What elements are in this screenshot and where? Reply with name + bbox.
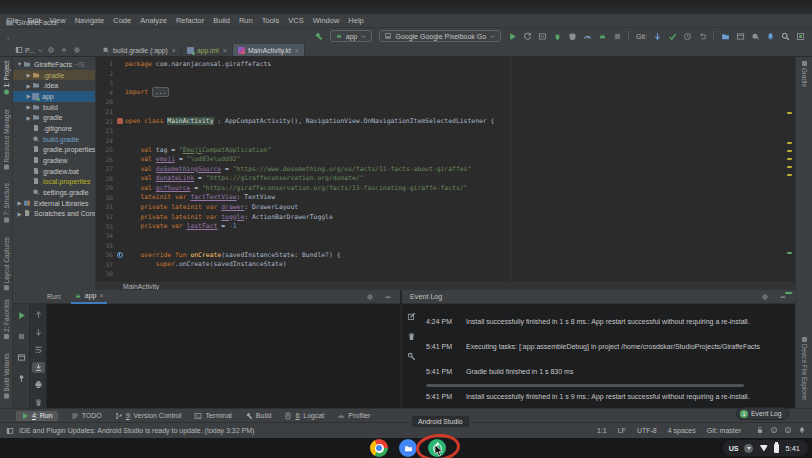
project-view-selector[interactable]: P... xyxy=(25,47,35,54)
close-tab-icon[interactable]: × xyxy=(295,47,299,54)
scrollend-button[interactable] xyxy=(32,362,45,374)
error-stripe-mark[interactable] xyxy=(787,252,792,254)
sdk-manager-button[interactable] xyxy=(718,30,732,43)
error-stripe-mark[interactable] xyxy=(787,112,792,114)
notifications-button[interactable] xyxy=(763,30,777,43)
stop-button[interactable] xyxy=(610,30,624,43)
tree-item-build.gradle[interactable]: build.gradle xyxy=(13,134,95,145)
tab-app.iml[interactable]: app.iml× xyxy=(182,44,233,56)
tree-item-.gradle[interactable]: ▶.gradle xyxy=(13,70,95,81)
tool-stripe-7-structure[interactable]: 7: Structure xyxy=(3,183,10,223)
event-log-badge-button[interactable]: 1 Event Log xyxy=(736,407,789,420)
rollback-button[interactable] xyxy=(695,30,709,43)
menu-run[interactable]: Run xyxy=(234,14,257,27)
softwrap-button[interactable] xyxy=(32,344,45,356)
error-stripe-mark[interactable] xyxy=(787,158,792,160)
expand-arrow-icon[interactable]: ▶ xyxy=(25,93,32,99)
tool-stripe-build-variants[interactable]: Build Variants xyxy=(3,353,10,398)
tree-item-gradlew.bat[interactable]: gradlew.bat xyxy=(13,166,95,177)
up-button[interactable] xyxy=(32,309,45,321)
expand-arrow-icon[interactable]: ▶ xyxy=(16,211,23,217)
tool-stripe-2-favorites[interactable]: 2: Favorites xyxy=(3,299,10,339)
menu-tools[interactable]: Tools xyxy=(257,14,284,27)
lock-icon[interactable] xyxy=(756,426,764,435)
error-stripe-mark[interactable] xyxy=(787,142,792,144)
menu-code[interactable]: Code xyxy=(109,14,136,27)
override-gutter-icon[interactable] xyxy=(117,252,123,258)
status-git-master[interactable]: Git: master xyxy=(707,427,741,434)
project-structure-button[interactable] xyxy=(793,30,807,43)
expand-arrow-icon[interactable]: ▶ xyxy=(25,83,32,89)
expand-arrow-icon[interactable]: ▶ xyxy=(16,200,23,206)
event-log-settings-button[interactable] xyxy=(758,290,772,303)
event-log-hscrollbar[interactable] xyxy=(426,384,744,387)
device-selector[interactable]: Google Google Pixelbook Go xyxy=(379,30,501,42)
tree-item-External Libraries[interactable]: ▶External Libraries xyxy=(13,198,95,209)
tree-item-gradle[interactable]: ▶gradle xyxy=(13,112,95,123)
expand-arrow-icon[interactable]: ▶ xyxy=(25,115,32,121)
update-project-button[interactable] xyxy=(650,30,664,43)
toolwindow-toggle-icon[interactable] xyxy=(6,427,14,435)
status-4-spaces[interactable]: 4 spaces xyxy=(668,427,696,434)
coverage-button[interactable] xyxy=(565,30,579,43)
tree-item-.gitignore[interactable]: .gitignore xyxy=(13,123,95,134)
stop-button[interactable] xyxy=(15,330,28,342)
tree-item-app[interactable]: ▶app xyxy=(13,91,95,102)
menu-refactor[interactable]: Refactor xyxy=(171,14,208,27)
down-button[interactable] xyxy=(32,327,45,339)
status-lf[interactable]: LF xyxy=(618,427,626,434)
gutter-class-icon[interactable] xyxy=(117,118,123,124)
menu-build[interactable]: Build xyxy=(209,14,235,27)
search-everywhere-button[interactable] xyxy=(778,30,792,43)
tool-stripe-device-file-explorer[interactable]: Device File Explorer xyxy=(801,337,808,400)
tree-item-gradlew[interactable]: gradlew xyxy=(13,155,95,166)
breadcrumb-giraffefacts[interactable]: GiraffeFacts xyxy=(5,18,57,27)
tool-stripe-layout-captures[interactable]: Layout Captures xyxy=(3,237,10,290)
attach-debugger-button[interactable] xyxy=(595,30,609,43)
menu-help[interactable]: Help xyxy=(344,14,368,27)
profile-button[interactable] xyxy=(580,30,594,43)
toolwindow-button-profiler[interactable]: Profiler xyxy=(337,412,370,420)
tool-stripe-1-project[interactable]: 1: Project xyxy=(3,61,10,95)
minimize-button[interactable] xyxy=(381,290,395,303)
toolwindow-button-9-version-control[interactable]: 9: Version Control xyxy=(115,412,182,420)
smiley-icon[interactable] xyxy=(770,426,778,435)
history-button[interactable] xyxy=(680,30,694,43)
frowny-icon[interactable] xyxy=(784,426,792,435)
project-settings-button[interactable] xyxy=(72,44,83,57)
error-stripe-mark[interactable] xyxy=(787,174,792,176)
menu-vcs[interactable]: VCS xyxy=(284,14,308,27)
close-tab-icon[interactable]: × xyxy=(172,47,176,54)
notifications-icon[interactable] xyxy=(798,426,806,435)
tab-MainActivity.kt[interactable]: MainActivity.kt× xyxy=(233,44,305,56)
tree-item-build[interactable]: ▶build xyxy=(13,102,95,113)
tree-item-.idea[interactable]: ▶.idea xyxy=(13,80,95,91)
error-stripe-mark[interactable] xyxy=(787,166,792,168)
run-console[interactable] xyxy=(47,304,400,408)
tree-item-settings.gradle[interactable]: settings.gradle xyxy=(13,187,95,198)
run-tab-app[interactable]: app× xyxy=(71,290,107,304)
menu-analyze[interactable]: Analyze xyxy=(136,14,172,27)
menu-navigate[interactable]: Navigate xyxy=(70,14,109,27)
apply-changes-button[interactable] xyxy=(520,30,534,43)
system-tray[interactable]: US 5:41 xyxy=(723,440,808,456)
build-project-button[interactable] xyxy=(312,30,326,43)
toolwindow-button-todo[interactable]: TODO xyxy=(71,412,102,420)
expand-arrow-icon[interactable]: ▶ xyxy=(25,104,32,110)
tree-item-local.properties[interactable]: local.properties xyxy=(13,177,95,188)
close-tab-icon[interactable]: × xyxy=(99,292,103,299)
run-settings-button[interactable] xyxy=(363,290,377,303)
clear-button[interactable] xyxy=(32,397,45,409)
tool-stripe-gradle[interactable]: Gradle xyxy=(801,61,808,87)
expand-arrow-icon[interactable]: ▼ xyxy=(16,61,23,67)
expand-arrow-icon[interactable]: ▶ xyxy=(25,72,32,78)
tree-item-Scratches and Consoles[interactable]: ▶Scratches and Consoles xyxy=(13,209,95,220)
tree-item-gradle.properties[interactable]: gradle.properties xyxy=(13,145,95,156)
breadcrumb-class[interactable]: MainActivity xyxy=(123,283,159,290)
close-tab-icon[interactable]: × xyxy=(223,47,227,54)
rerun-button[interactable] xyxy=(15,309,28,321)
layout-button[interactable] xyxy=(15,351,28,363)
run-button[interactable] xyxy=(505,30,519,43)
run-config-selector[interactable]: app xyxy=(330,30,373,42)
gradle-sync-button[interactable] xyxy=(748,30,762,43)
